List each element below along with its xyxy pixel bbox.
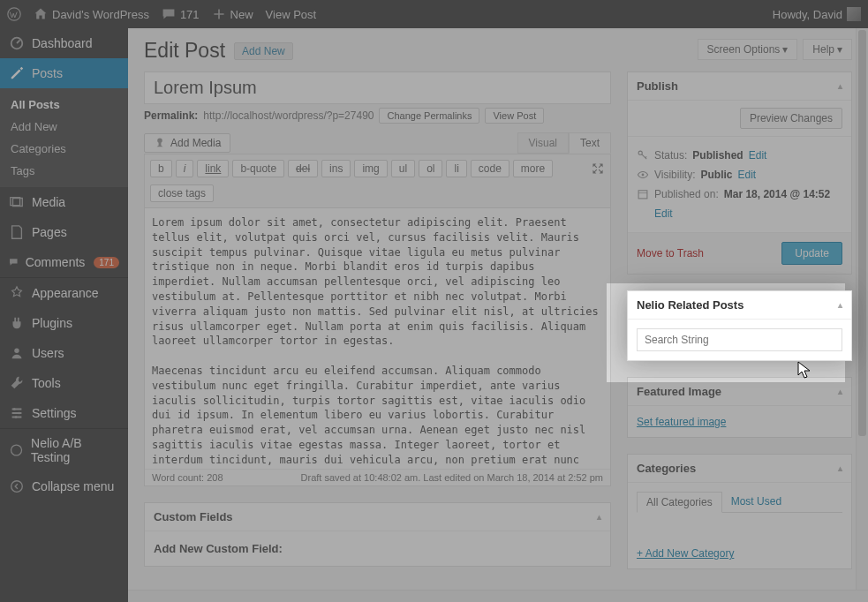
view-post-link[interactable]: View Post xyxy=(266,8,317,21)
menu-nelio[interactable]: Nelio A/B Testing xyxy=(0,429,128,471)
page-title: Edit Post xyxy=(144,39,225,63)
custom-fields-heading[interactable]: Custom Fields▴ xyxy=(145,503,610,531)
triangle-up-icon: ▴ xyxy=(838,387,842,396)
qt-link[interactable]: link xyxy=(197,160,229,177)
comments-badge: 171 xyxy=(94,257,119,268)
qt-li[interactable]: li xyxy=(446,160,466,177)
triangle-up-icon: ▴ xyxy=(597,512,601,522)
permalink-row: Permalink: http://localhost/wordpress/?p… xyxy=(144,108,611,124)
qt-ul[interactable]: ul xyxy=(391,160,415,177)
cat-tab-all[interactable]: All Categories xyxy=(637,492,722,513)
menu-users[interactable]: Users xyxy=(0,338,128,368)
move-to-trash-link[interactable]: Move to Trash xyxy=(637,247,704,260)
edit-visibility-link[interactable]: Edit xyxy=(737,169,756,181)
qt-close-tags[interactable]: close tags xyxy=(150,184,214,202)
svg-point-4 xyxy=(18,412,20,415)
collapse-menu[interactable]: Collapse menu xyxy=(0,471,128,501)
media-icon xyxy=(154,137,166,149)
wp-logo[interactable] xyxy=(7,7,21,21)
nelio-search-input[interactable] xyxy=(637,328,842,351)
categories-heading[interactable]: Categories▴ xyxy=(628,455,851,483)
my-account[interactable]: Howdy, David xyxy=(773,7,861,21)
add-media-button[interactable]: Add Media xyxy=(144,133,230,153)
editor-wrap: Word count: 208 Draft saved at 10:48:02 … xyxy=(144,208,611,486)
preview-changes-button[interactable]: Preview Changes xyxy=(740,108,842,129)
svg-point-3 xyxy=(13,408,16,410)
new-content[interactable]: New xyxy=(212,7,253,21)
update-button[interactable]: Update xyxy=(781,242,842,265)
nelio-heading[interactable]: Nelio Related Posts▴ xyxy=(628,291,851,320)
horizontal-scrollbar[interactable] xyxy=(128,590,868,602)
menu-settings[interactable]: Settings xyxy=(0,398,128,428)
fullscreen-icon[interactable] xyxy=(591,162,605,176)
svg-rect-10 xyxy=(638,191,647,199)
edit-status-link[interactable]: Edit xyxy=(749,149,767,162)
edit-date-link[interactable]: Edit xyxy=(654,207,673,220)
content-textarea[interactable] xyxy=(145,208,610,469)
featured-image-box: Featured Image▴ Set featured image xyxy=(627,377,852,438)
submenu-posts: All Posts Add New Categories Tags xyxy=(0,88,128,187)
add-new-button[interactable]: Add New xyxy=(234,42,293,60)
view-post-button[interactable]: View Post xyxy=(485,108,544,124)
change-permalinks-button[interactable]: Change Permalinks xyxy=(379,108,479,124)
menu-comments[interactable]: Comments171 xyxy=(0,247,128,277)
chevron-down-icon: ▾ xyxy=(782,43,788,56)
publish-heading[interactable]: Publish▴ xyxy=(628,72,851,101)
site-name[interactable]: David's WordPress xyxy=(34,7,149,21)
screen-options-toggle[interactable]: Screen Options▾ xyxy=(698,39,798,60)
svg-point-5 xyxy=(15,416,18,418)
svg-point-6 xyxy=(11,445,22,455)
post-title-input[interactable] xyxy=(144,71,611,104)
submenu-add-new[interactable]: Add New xyxy=(0,116,128,138)
vertical-scrollbar[interactable] xyxy=(856,28,868,590)
categories-box: Categories▴ All Categories Most Used + A… xyxy=(627,454,852,569)
help-toggle[interactable]: Help▾ xyxy=(803,39,852,60)
permalink-url: http://localhost/wordpress/?p=27490 xyxy=(203,109,374,122)
menu-posts[interactable]: Posts xyxy=(0,58,128,88)
submenu-all-posts[interactable]: All Posts xyxy=(0,94,128,116)
set-featured-image-link[interactable]: Set featured image xyxy=(637,416,726,428)
qt-code[interactable]: code xyxy=(471,160,509,177)
svg-point-2 xyxy=(14,349,19,353)
qt-ol[interactable]: ol xyxy=(419,160,442,177)
eye-icon xyxy=(637,169,649,181)
qt-more[interactable]: more xyxy=(513,160,553,177)
qt-bold[interactable]: b xyxy=(150,160,172,177)
cat-tab-mostused[interactable]: Most Used xyxy=(722,492,790,512)
menu-appearance[interactable]: Appearance xyxy=(0,278,128,308)
menu-plugins[interactable]: Plugins xyxy=(0,308,128,338)
menu-media[interactable]: Media xyxy=(0,187,128,217)
menu-tools[interactable]: Tools xyxy=(0,368,128,398)
menu-dashboard[interactable]: Dashboard xyxy=(0,28,128,58)
svg-point-9 xyxy=(642,174,645,177)
main-content: Screen Options▾ Help▾ Edit Post Add New … xyxy=(128,28,868,602)
quicktags-toolbar: b i link b-quote del ins img ul ol li co… xyxy=(144,154,611,208)
menu-pages[interactable]: Pages xyxy=(0,217,128,247)
triangle-up-icon: ▴ xyxy=(838,300,842,310)
tab-visual[interactable]: Visual xyxy=(517,132,569,154)
key-icon xyxy=(637,149,649,162)
custom-fields-box: Custom Fields▴ Add New Custom Field: xyxy=(144,502,611,567)
qt-bquote[interactable]: b-quote xyxy=(232,160,284,177)
publish-box: Publish▴ Preview Changes Status: Publish… xyxy=(627,71,852,275)
tab-text[interactable]: Text xyxy=(569,132,611,154)
avatar-icon xyxy=(847,7,861,21)
submenu-tags[interactable]: Tags xyxy=(0,160,128,182)
cursor-icon xyxy=(797,361,811,380)
qt-del[interactable]: del xyxy=(288,160,318,177)
qt-italic[interactable]: i xyxy=(176,160,194,177)
submenu-categories[interactable]: Categories xyxy=(0,138,128,160)
add-new-category-link[interactable]: + Add New Category xyxy=(637,547,734,560)
qt-ins[interactable]: ins xyxy=(321,160,351,177)
svg-point-7 xyxy=(11,481,23,493)
qt-img[interactable]: img xyxy=(354,160,387,177)
admin-sidebar: Dashboard Posts All Posts Add New Catego… xyxy=(0,28,128,602)
calendar-icon xyxy=(637,188,649,200)
word-count: Word count: 208 xyxy=(152,472,223,483)
featured-image-heading[interactable]: Featured Image▴ xyxy=(628,378,851,406)
triangle-up-icon: ▴ xyxy=(838,81,842,91)
comments-link[interactable]: 171 xyxy=(162,7,200,21)
triangle-up-icon: ▴ xyxy=(838,463,842,473)
chevron-down-icon: ▾ xyxy=(837,43,842,56)
nelio-related-posts-box: Nelio Related Posts▴ xyxy=(627,290,852,361)
